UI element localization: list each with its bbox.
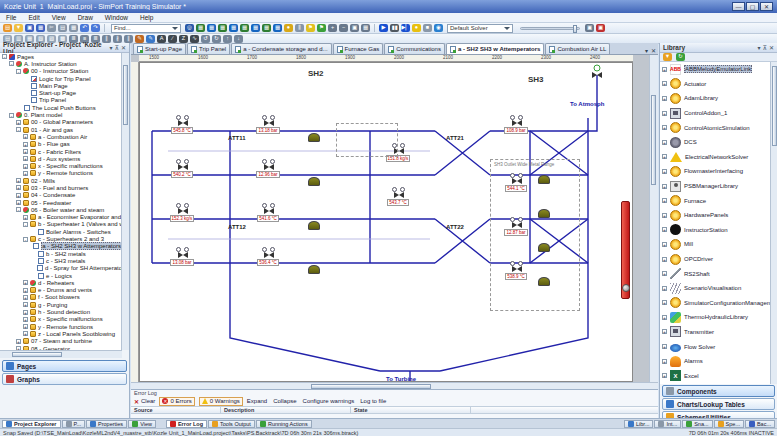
page-view-2-button[interactable]: ▦: [207, 24, 216, 32]
tree-item[interactable]: +h - Sound detection: [0, 308, 122, 315]
tree-item[interactable]: +b - Flue gas: [0, 141, 122, 148]
clear-log-button[interactable]: ✕ Clear: [134, 398, 155, 405]
library-expander[interactable]: +: [662, 67, 667, 72]
print-button[interactable]: ▣: [350, 24, 359, 32]
library-expander[interactable]: +: [662, 111, 667, 116]
instrument-cluster[interactable]: 13.08 bar: [162, 247, 202, 266]
tree-expander[interactable]: -: [16, 207, 21, 212]
tree-item[interactable]: +g - Purging: [0, 301, 122, 308]
dock-tab-view[interactable]: View: [128, 420, 156, 428]
tree-item[interactable]: -A. Instructor Station: [0, 60, 122, 67]
tree-item[interactable]: +d - Reheaters: [0, 279, 122, 286]
copy-button[interactable]: ▤: [58, 24, 67, 32]
library-item[interactable]: +RS2Shaft: [660, 266, 771, 281]
stop-button[interactable]: ■: [423, 24, 432, 32]
tab-furnace-gas[interactable]: Furnace Gas: [333, 43, 384, 54]
tree-expander[interactable]: +: [23, 156, 28, 161]
pin-icon[interactable]: ⊼: [115, 44, 119, 51]
tree-item[interactable]: +00 - Global Parameters: [0, 119, 122, 126]
library-expander[interactable]: +: [662, 344, 667, 349]
tree-expander[interactable]: +: [16, 120, 21, 125]
dock-tab-spe-[interactable]: Spe...: [714, 420, 744, 428]
tree-expander[interactable]: -: [23, 222, 28, 227]
tab-communications[interactable]: Communications: [384, 43, 445, 54]
panel-close-icon[interactable]: ✕: [121, 44, 126, 51]
page-view-7-button[interactable]: ▦: [262, 24, 271, 32]
minimize-button[interactable]: —: [732, 2, 745, 11]
tree-expander[interactable]: -: [9, 113, 14, 118]
step-button[interactable]: ▶▏: [401, 24, 410, 32]
tree-expander[interactable]: +: [23, 302, 28, 307]
tree-item[interactable]: +d - Aux systems: [0, 155, 122, 162]
tab-a-condensate-storage-and-d-[interactable]: a - Condensate storage and d...: [231, 43, 331, 54]
tree-expander[interactable]: +: [23, 142, 28, 147]
column-header-source[interactable]: Source: [131, 407, 221, 413]
dock-tab-int-[interactable]: Int...: [654, 420, 681, 428]
tree-item[interactable]: +03 - Fuel and burners: [0, 184, 122, 191]
library-expander[interactable]: +: [662, 257, 667, 262]
zoom-in-button[interactable]: +: [328, 24, 337, 32]
tree-expander[interactable]: -: [2, 54, 7, 59]
library-expander[interactable]: +: [662, 213, 667, 218]
instrument-cluster[interactable]: 536.4 °C: [248, 247, 288, 266]
lib-open-icon[interactable]: ▼: [663, 53, 672, 61]
library-expander[interactable]: +: [662, 154, 667, 159]
solver-combobox[interactable]: Default Solver: [447, 24, 513, 33]
tree-item[interactable]: +y - Remote functions: [0, 170, 122, 177]
pages-panel-button[interactable]: Pages: [2, 360, 127, 372]
page-view-3-button[interactable]: ▦: [218, 24, 227, 32]
save-button[interactable]: ▣: [25, 24, 34, 32]
collapse-link[interactable]: Collapse: [273, 398, 296, 404]
lib-refresh-icon[interactable]: ↻: [676, 53, 685, 61]
dock-tab-bac-[interactable]: Bac...: [745, 420, 775, 428]
page-view-8-button[interactable]: ▦: [273, 24, 282, 32]
tab-a-sh2-sh3-w-attemperators[interactable]: a - SH2 SH3 w Attemperators: [446, 43, 544, 54]
library-expander[interactable]: +: [662, 198, 667, 203]
web-button[interactable]: ◉: [434, 24, 443, 32]
dock-tab-tools-output[interactable]: Tools Output: [208, 420, 255, 428]
tree-expander[interactable]: +: [16, 339, 21, 344]
tree-expander[interactable]: -: [9, 61, 14, 66]
library-item[interactable]: +Transmitter: [660, 325, 771, 340]
diagram-canvas[interactable]: 1500160017001800190020002100220023002400: [131, 55, 658, 389]
tab-start-up-page[interactable]: Start-up Page: [133, 43, 186, 54]
tree-expander[interactable]: +: [23, 295, 28, 300]
tree-item[interactable]: Main Page: [0, 82, 122, 89]
library-item[interactable]: +ElectricalNetworkSolver: [660, 150, 771, 165]
slider-thumb[interactable]: [573, 25, 577, 33]
tree-item[interactable]: +c - Fabric Filters: [0, 148, 122, 155]
tree-expander[interactable]: +: [23, 288, 28, 293]
library-expander[interactable]: +: [662, 315, 667, 320]
menu-window[interactable]: Window: [99, 14, 134, 21]
tree-expander[interactable]: -: [16, 127, 21, 132]
library-item[interactable]: +Mill: [660, 237, 771, 252]
tree-expander[interactable]: +: [16, 193, 21, 198]
tree-item[interactable]: -06 - Boiler water and steam: [0, 206, 122, 213]
library-item[interactable]: +Furnace: [660, 193, 771, 208]
page-view-6-button[interactable]: ▦: [251, 24, 260, 32]
pause-button[interactable]: ▮▮: [390, 24, 399, 32]
library-expander[interactable]: +: [662, 271, 667, 276]
dock-tab-error-log[interactable]: Error Log: [166, 420, 207, 428]
tree-expander[interactable]: +: [16, 178, 21, 183]
library-expander[interactable]: +: [662, 125, 667, 130]
instrument-cluster[interactable]: 545.8 °C: [162, 115, 202, 134]
tree-item[interactable]: d - Spray for SH Attemperato: [0, 265, 122, 272]
indicator-knob[interactable]: [622, 284, 630, 292]
align-middle-button[interactable]: ∦: [113, 35, 122, 43]
tree-expander[interactable]: -: [16, 69, 21, 74]
instrument-cluster[interactable]: 543.7 °C: [378, 187, 418, 206]
tree-item[interactable]: +e - Drums and vents: [0, 287, 122, 294]
tree-item[interactable]: Start-up Page: [0, 89, 122, 96]
find-next-button[interactable]: ◎: [185, 24, 194, 32]
library-item[interactable]: +OPCDriver: [660, 252, 771, 267]
library-item[interactable]: +AdamLibrary: [660, 91, 771, 106]
tree-item[interactable]: -00 - Instructor Station: [0, 68, 122, 75]
rotate-right-button[interactable]: ↻: [212, 35, 221, 43]
library-item[interactable]: +FlowmasterInterfacing: [660, 164, 771, 179]
speed-slider[interactable]: [520, 27, 580, 30]
page-view-1-button[interactable]: ▦: [196, 24, 205, 32]
undo-button[interactable]: ↶: [80, 24, 89, 32]
page-view-5-button[interactable]: ▦: [240, 24, 249, 32]
library-expander[interactable]: +: [662, 227, 667, 232]
